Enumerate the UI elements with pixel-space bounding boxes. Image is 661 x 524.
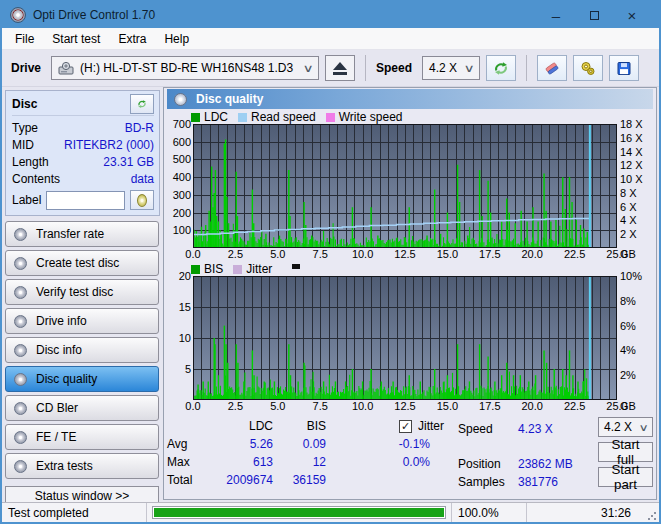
- drive-select[interactable]: (H:) HL-DT-ST BD-RE WH16NS48 1.D3 ∨: [51, 56, 319, 80]
- max-ldc-value: 613: [203, 455, 273, 469]
- position-stat-label: Position: [458, 457, 518, 471]
- maximize-icon: [590, 11, 599, 20]
- bis-chart: 2015105 0.02.55.07.510.012.515.017.520.0…: [167, 276, 653, 413]
- progress-bar: [152, 506, 446, 519]
- test-speed-select-value: 4.2 X: [604, 420, 632, 434]
- save-button[interactable]: [609, 55, 639, 81]
- sidebar-item-label: Disc quality: [36, 372, 97, 386]
- x-axis-labels: 0.02.55.07.510.012.515.017.520.022.525.0: [193, 248, 617, 261]
- maximize-button[interactable]: [575, 4, 613, 26]
- disc-icon: [14, 402, 27, 415]
- refresh-button[interactable]: [486, 55, 516, 81]
- axis-tick-label: 22.5: [564, 248, 585, 260]
- minimize-button[interactable]: –: [537, 4, 575, 26]
- sidebar-item-label: Transfer rate: [36, 227, 104, 241]
- sidebar-item-disc-info[interactable]: Disc info: [5, 337, 159, 363]
- sidebar-item-disc-quality[interactable]: Disc quality: [5, 366, 159, 392]
- ldc-chart: 700600500400300200100 0.02.55.07.510.012…: [167, 124, 653, 261]
- axis-tick-label: 300: [173, 189, 191, 201]
- tools-button[interactable]: [573, 55, 603, 81]
- menu-file[interactable]: File: [6, 29, 43, 49]
- sidebar-item-label: Disc info: [36, 343, 82, 357]
- axis-unit-label: GB: [620, 400, 636, 412]
- legend-item: Jitter: [233, 262, 272, 276]
- test-speed-select[interactable]: 4.2 X ∨: [598, 417, 653, 437]
- legend-artifact-marker: [292, 264, 300, 269]
- x-axis-labels: 0.02.55.07.510.012.515.017.520.022.525.0: [193, 400, 617, 413]
- eject-icon: [333, 62, 347, 75]
- max-jitter-value: 0.0%: [326, 455, 444, 469]
- disc-icon: [14, 315, 27, 328]
- sidebar-item-transfer-rate[interactable]: Transfer rate: [5, 221, 159, 247]
- legend-swatch: [238, 113, 247, 122]
- axis-tick-label: 15.0: [437, 400, 458, 412]
- total-row-label: Total: [167, 473, 203, 487]
- axis-tick-label: 2.5: [228, 248, 243, 260]
- legend-label: BIS: [204, 262, 223, 276]
- samples-stat-value: 381776: [518, 475, 596, 489]
- disc-icon: [14, 257, 27, 270]
- speed-label: Speed: [376, 61, 412, 75]
- start-full-button[interactable]: Start full: [598, 442, 653, 462]
- axis-tick-label: 8 X: [620, 187, 637, 199]
- app-disc-icon: [10, 7, 26, 23]
- app-window: Opti Drive Control 1.70 – × File Start t…: [0, 0, 661, 524]
- close-button[interactable]: ×: [613, 4, 651, 26]
- eraser-icon: [544, 60, 560, 77]
- ldc-plot-area: [193, 124, 617, 248]
- resize-grip-icon[interactable]: [647, 511, 657, 521]
- total-ldc-value: 2009674: [203, 473, 273, 487]
- avg-ldc-value: 5.26: [203, 437, 273, 451]
- axis-tick-label: 2 X: [620, 228, 637, 240]
- disc-label-button[interactable]: [130, 190, 154, 210]
- sidebar-item-fe-te[interactable]: FE / TE: [5, 424, 159, 450]
- sidebar: Disc TypeBD-R MIDRITEKBR2 (000) Length23…: [2, 87, 162, 502]
- main-panel: Disc quality LDCRead speedWrite speed 70…: [163, 87, 657, 500]
- axis-tick-label: 100: [173, 224, 191, 236]
- disc-length-value: 23.31 GB: [103, 155, 154, 169]
- erase-disc-button[interactable]: [537, 55, 567, 81]
- speed-select[interactable]: 4.2 X ∨: [422, 56, 480, 80]
- sidebar-item-label: FE / TE: [36, 430, 76, 444]
- axis-tick-label: 2%: [620, 369, 636, 381]
- total-bis-value: 36159: [273, 473, 326, 487]
- jitter-checkbox[interactable]: ✓: [399, 420, 412, 433]
- sidebar-item-create-test-disc[interactable]: Create test disc: [5, 250, 159, 276]
- axis-tick-label: 10.0: [352, 248, 373, 260]
- sidebar-item-verify-test-disc[interactable]: Verify test disc: [5, 279, 159, 305]
- axis-tick-label: 2.5: [228, 400, 243, 412]
- legend-label: Jitter: [246, 262, 272, 276]
- start-part-button[interactable]: Start part: [598, 467, 653, 487]
- disc-contents-label: Contents: [12, 172, 60, 186]
- drive-icon: [58, 62, 74, 75]
- drive-select-value: (H:) HL-DT-ST BD-RE WH16NS48 1.D3: [80, 61, 293, 75]
- disc-icon: [14, 286, 27, 299]
- stats-section: LDC BIS ✓ Jitter Avg 5.26 0.09 -0.1% Max…: [167, 417, 653, 491]
- sidebar-item-drive-info[interactable]: Drive info: [5, 308, 159, 334]
- sidebar-item-cd-bler[interactable]: CD Bler: [5, 395, 159, 421]
- axis-tick-label: 5.0: [270, 248, 285, 260]
- disc-label-input[interactable]: [46, 191, 125, 210]
- disc-icon: [14, 373, 27, 386]
- toolbar-separator: [365, 55, 366, 81]
- sidebar-item-extra-tests[interactable]: Extra tests: [5, 453, 159, 479]
- y-axis-right: 10%8%6%4%2%GB: [617, 276, 653, 400]
- eject-button[interactable]: [325, 55, 355, 81]
- disc-icon: [174, 93, 187, 106]
- menu-extra[interactable]: Extra: [109, 29, 155, 49]
- disc-panel: Disc TypeBD-R MIDRITEKBR2 (000) Length23…: [5, 90, 160, 216]
- disc-refresh-button[interactable]: [130, 94, 154, 114]
- bis-column-header: BIS: [273, 419, 326, 433]
- axis-tick-label: 17.5: [479, 400, 500, 412]
- menu-help[interactable]: Help: [155, 29, 198, 49]
- menu-start-test[interactable]: Start test: [43, 29, 109, 49]
- legend-item: Write speed: [326, 110, 403, 124]
- axis-tick-label: 600: [173, 136, 191, 148]
- elapsed-time: 31:26: [527, 503, 647, 522]
- legend-swatch: [191, 113, 200, 122]
- legend-label: Write speed: [339, 110, 403, 124]
- axis-tick-label: 16 X: [620, 132, 643, 144]
- disc-type-label: Type: [12, 121, 38, 135]
- sidebar-item-label: Verify test disc: [36, 285, 113, 299]
- disc-icon: [137, 194, 147, 207]
